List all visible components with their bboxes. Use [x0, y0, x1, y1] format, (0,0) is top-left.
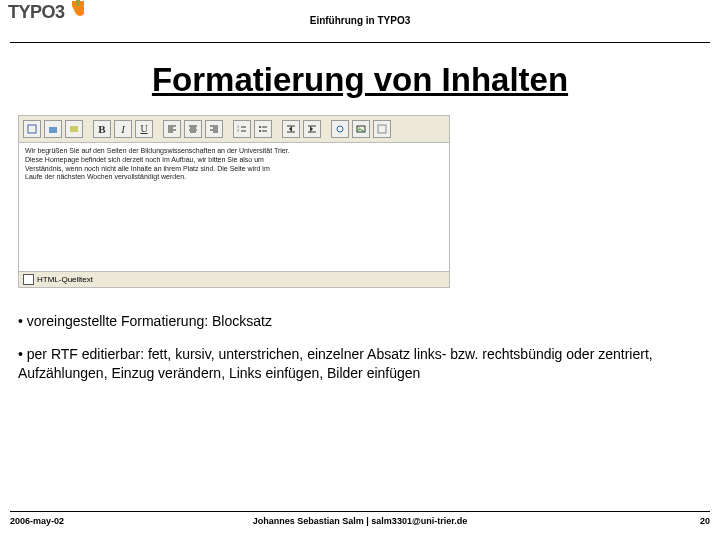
italic-button[interactable]: I	[114, 120, 132, 138]
svg-marker-27	[310, 126, 313, 132]
slide-title: Formatierung von Inhalten	[0, 61, 720, 99]
bullet-list: • voreingestellte Formatierung: Blocksat…	[18, 312, 702, 383]
header-title: Einführung in TYPO3	[10, 0, 710, 42]
rte-textarea[interactable]: Wir begrüßen Sie auf den Seiten der Bild…	[18, 143, 450, 272]
underline-button[interactable]: U	[135, 120, 153, 138]
editor-text-line: Verständnis, wenn noch nicht alle Inhalt…	[25, 165, 443, 174]
align-right-button[interactable]	[205, 120, 223, 138]
indent-button[interactable]	[303, 120, 321, 138]
logo-mark-icon	[70, 0, 86, 22]
html-source-label: HTML-Quelltext	[37, 275, 93, 284]
footer-author: Johannes Sebastian Salm | salm3301@uni-t…	[185, 516, 535, 526]
editor-text-line: Laufe der nächsten Wochen vervollständig…	[25, 173, 443, 182]
footer-page: 20	[535, 516, 710, 526]
editor-text-line: Wir begrüßen Sie auf den Seiten der Bild…	[25, 147, 443, 156]
toolbar-button-3[interactable]	[65, 120, 83, 138]
logo-text: TYPO3	[8, 2, 65, 22]
rte-editor-screenshot: B I U 12 Wir begrüßen Sie auf den Seiten…	[18, 115, 450, 288]
bullet-1: • voreingestellte Formatierung: Blocksat…	[18, 312, 702, 331]
svg-marker-24	[289, 126, 292, 132]
rte-toolbar: B I U 12	[18, 115, 450, 143]
slide-footer: 2006-may-02 Johannes Sebastian Salm | sa…	[10, 511, 710, 526]
html-source-row: HTML-Quelltext	[18, 272, 450, 288]
svg-rect-3	[70, 126, 78, 132]
svg-rect-2	[49, 127, 57, 133]
unordered-list-button[interactable]	[254, 120, 272, 138]
link-button[interactable]	[331, 120, 349, 138]
svg-rect-0	[76, 0, 80, 6]
align-center-button[interactable]	[184, 120, 202, 138]
bullet-2: • per RTF editierbar: fett, kursiv, unte…	[18, 345, 702, 383]
toolbar-button-1[interactable]	[23, 120, 41, 138]
svg-rect-1	[28, 125, 36, 133]
bold-button[interactable]: B	[93, 120, 111, 138]
svg-point-22	[259, 130, 261, 132]
svg-point-20	[259, 126, 261, 128]
typo3-logo: TYPO3	[8, 2, 86, 23]
svg-text:2: 2	[237, 128, 239, 133]
outdent-button[interactable]	[282, 120, 300, 138]
image-button[interactable]	[352, 120, 370, 138]
html-source-checkbox[interactable]	[23, 274, 34, 285]
toolbar-button-2[interactable]	[44, 120, 62, 138]
svg-rect-33	[378, 125, 386, 133]
toolbar-misc-button[interactable]	[373, 120, 391, 138]
footer-date: 2006-may-02	[10, 516, 185, 526]
ordered-list-button[interactable]: 12	[233, 120, 251, 138]
align-left-button[interactable]	[163, 120, 181, 138]
svg-point-30	[337, 126, 343, 132]
slide-header: TYPO3 Einführung in TYPO3	[10, 0, 710, 43]
editor-text-line: Diese Homepage befindet sich derzeit noc…	[25, 156, 443, 165]
